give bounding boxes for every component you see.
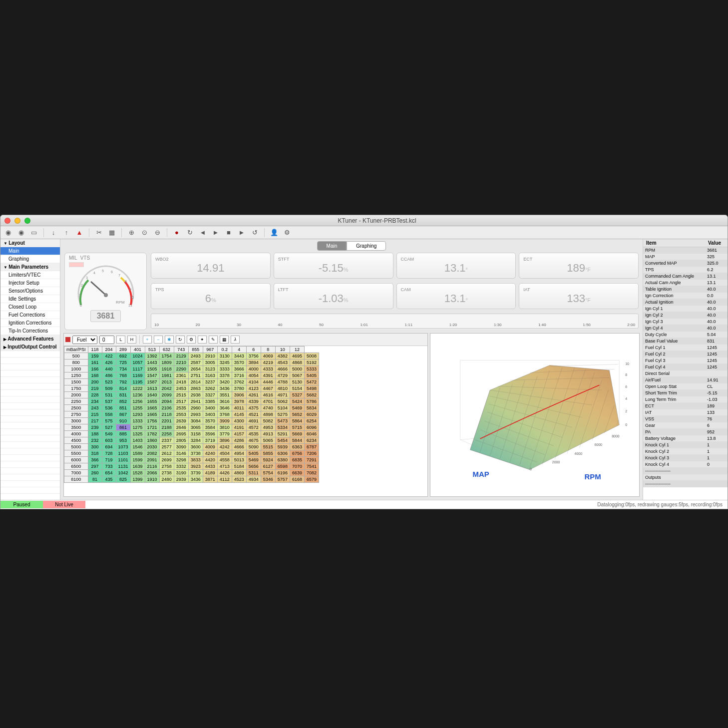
sidebar-item-limiters-vtec[interactable]: Limiters/VTEC [0,271,60,279]
param-row[interactable]: Ign Correction0.0 [643,293,728,299]
sidebar-item-main[interactable]: Main [0,247,60,255]
param-row[interactable]: Knock Cyl 21 [643,448,728,455]
param-row[interactable]: Knock Cyl 31 [643,455,728,461]
param-row[interactable]: Actual Cam Angle13.1 [643,280,728,286]
param-row[interactable]: Fuel Cyl 41245 [643,364,728,370]
param-row[interactable]: Gear6 [643,422,728,429]
param-row[interactable]: Air/Fuel14.91 [643,377,728,383]
param-row[interactable]: Ign Cyl 140.0 [643,306,728,312]
warning-icon[interactable]: ▲ [75,228,84,237]
cut-icon[interactable]: ✂ [94,228,103,237]
readout-ccam: CCAM13.1° [396,253,516,279]
param-row[interactable]: Base Fuel Value831 [643,338,728,345]
refresh-table-icon[interactable]: ↻ [176,336,185,344]
status-notlive: Not Live [43,501,85,508]
status-fps: Datalogging:0fps, redrawing gauges:5fps,… [597,502,728,507]
next-icon[interactable]: ► [237,228,246,237]
prev-icon[interactable]: ◄ [198,228,207,237]
param-row[interactable]: Commanded Cam Angle13.1 [643,273,728,280]
table-spinner[interactable] [99,336,114,344]
low-button[interactable]: L [116,336,125,344]
sidebar-item-graphing[interactable]: Graphing [0,255,60,263]
param-row[interactable]: Ign Cyl 240.0 [643,312,728,319]
param-row[interactable]: Converted MAP325.0 [643,260,728,267]
param-row[interactable]: PA952 [643,429,728,435]
sidebar-item-tip-in-corrections[interactable]: Tip-In Corrections [0,327,60,335]
param-row[interactable]: Fuel Cyl 11245 [643,345,728,351]
calendar-icon[interactable]: ▦ [107,228,116,237]
close-icon[interactable] [4,218,10,224]
sidebar-item-idle-settings[interactable]: Idle Settings [0,295,60,303]
param-row[interactable]: ECT189 [643,403,728,409]
high-button[interactable]: H [127,336,136,344]
param-row[interactable]: Ign Cyl 440.0 [643,325,728,332]
brush-icon[interactable]: ✎ [209,336,218,344]
sidebar-item-sensor-options[interactable]: Sensor/Options [0,287,60,295]
tab-main[interactable]: Main [317,241,347,251]
sidebar-section-input-output-control[interactable]: Input/Output Control [0,343,60,351]
param-row[interactable]: Outputs [643,474,728,481]
sidebar-item-ignition-corrections[interactable]: Ignition Corrections [0,319,60,327]
zoom-out-icon[interactable]: ⊖ [153,228,162,237]
zoom-icon[interactable] [24,218,30,224]
param-row[interactable]: Duty Cycle5.04 [643,332,728,338]
up-icon[interactable]: ↑ [62,228,71,237]
chart-3d[interactable]: MAP RPM 02000400060008000 0246810 [430,333,640,497]
param-row[interactable]: Long Term Trim-1.03 [643,396,728,403]
param-row[interactable]: Fuel Cyl 21245 [643,351,728,358]
param-row[interactable]: ----------------- [643,468,728,474]
param-row[interactable]: Open Loop StatCL [643,383,728,390]
param-row[interactable]: Knock Cyl 40 [643,461,728,468]
param-row[interactable]: TPS6.2 [643,267,728,273]
zoom-in-icon[interactable]: ⊕ [127,228,136,237]
param-row[interactable]: IAT133 [643,409,728,416]
table-selector[interactable]: Fuel [72,336,97,344]
grid-icon[interactable]: ▦ [220,336,229,344]
param-row[interactable]: VSS76 [643,416,728,422]
param-row[interactable]: Ign Cyl 340.0 [643,319,728,325]
play-icon[interactable]: ► [211,228,220,237]
gear-table-icon[interactable]: ⚙ [187,336,196,344]
sidebar-item-injector-setup[interactable]: Injector Setup [0,279,60,287]
stop-icon[interactable]: ■ [224,228,233,237]
svg-text:5: 5 [102,269,104,273]
globe2-icon[interactable]: ◉ [16,228,25,237]
user-icon[interactable]: 👤 [270,228,279,237]
multiply-icon[interactable]: ✱ [165,336,174,344]
refresh-icon[interactable]: ↻ [185,228,194,237]
sidebar-section-advanced-features[interactable]: Advanced Features [0,335,60,343]
sidebar-item-closed-loop[interactable]: Closed Loop [0,303,60,311]
param-row[interactable]: Knock Cyl 11 [643,442,728,448]
param-row[interactable]: Direct Serial [643,370,728,377]
rpm-axis-label: RPM [585,472,601,481]
fuel-table[interactable]: mBar/PSI1182042894015136327438559670.246… [64,346,319,483]
timeline[interactable]: 10203040501:011:111:201:301:401:502:00 [151,314,639,329]
param-row[interactable]: RPM3681 [643,247,728,254]
lambda-icon[interactable]: λ [231,336,240,344]
param-row[interactable]: ----------------- [643,481,728,487]
minimize-icon[interactable] [14,218,20,224]
minus-icon[interactable]: − [154,336,163,344]
save-icon[interactable]: ▭ [29,228,38,237]
tab-graphing[interactable]: Graphing [347,241,386,251]
down-icon[interactable]: ↓ [49,228,58,237]
param-row[interactable]: Fuel Cyl 31245 [643,358,728,364]
plus-icon[interactable]: + [143,336,152,344]
magic-icon[interactable]: ✦ [198,336,207,344]
sidebar-section-main-parameters[interactable]: Main Parameters [0,263,60,271]
record-icon[interactable]: ● [172,228,181,237]
zoom-fit-icon[interactable]: ⊙ [140,228,149,237]
param-row[interactable]: Short Term Trim-5.15 [643,390,728,396]
svg-text:9: 9 [129,288,131,291]
sidebar-item-fuel-corrections[interactable]: Fuel Corrections [0,311,60,319]
svg-text:6: 6 [625,385,627,388]
loop-icon[interactable]: ↺ [250,228,259,237]
svg-text:4: 4 [93,271,95,275]
param-row[interactable]: Battery Voltage13.8 [643,435,728,442]
param-row[interactable]: MAP325 [643,254,728,260]
param-row[interactable]: Table Ignition40.0 [643,286,728,293]
gear-icon[interactable]: ⚙ [283,228,292,237]
sidebar-section-layout[interactable]: Layout [0,239,60,247]
param-row[interactable]: Actual Ignition40.0 [643,299,728,306]
globe-icon[interactable]: ◉ [3,228,12,237]
